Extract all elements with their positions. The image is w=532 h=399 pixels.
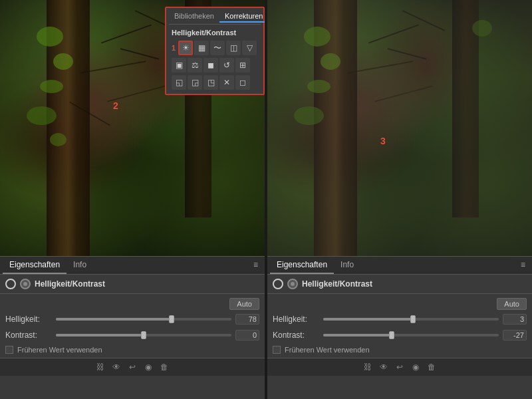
toolbar-icons-row-2: ▣ ⚖ ◼ ↺ ⊞: [169, 57, 261, 74]
toolbar-icons-row-3: ◱ ◲ ◳ ✕ ◻: [169, 74, 261, 91]
helligkeit-track-left[interactable]: [56, 318, 231, 321]
helligkeit-label-left: Helligkeit:: [5, 315, 52, 324]
props-menu-right[interactable]: ≡: [517, 257, 529, 274]
props-tabs-left: Eigenschaften Info ≡: [0, 257, 265, 275]
helligkeit-row-left: Helligkeit: 78: [5, 314, 259, 325]
kontrast-row-right: Kontrast: -27: [273, 330, 527, 340]
footer-icon-link-right[interactable]: ⛓: [362, 362, 373, 372]
tool-posterize[interactable]: ✕: [219, 75, 234, 90]
footer-icon-delete-right[interactable]: 🗑: [426, 362, 437, 372]
tool-gradient[interactable]: ▽: [242, 41, 257, 55]
panel-right: 3 Eigenschaften Info ≡ Helligkeit/Kontra…: [267, 0, 532, 399]
step-3-label: 3: [380, 136, 386, 146]
tab-eigenschaften-left[interactable]: Eigenschaften: [3, 257, 66, 274]
props-title-left: Helligkeit/Kontrast: [35, 279, 105, 289]
auto-button-left[interactable]: Auto: [229, 298, 259, 310]
kontrast-thumb-left[interactable]: [141, 331, 146, 339]
kontrast-row-left: Kontrast: 0: [5, 330, 259, 340]
tool-brightness-contrast[interactable]: ☀: [178, 41, 193, 55]
auto-button-right[interactable]: Auto: [497, 298, 527, 310]
kontrast-track-left[interactable]: [56, 334, 231, 336]
footer-icon-link-left[interactable]: ⛓: [95, 362, 106, 372]
auto-row-left: Auto: [5, 298, 259, 310]
top-toolbar: Bibliotheken Korrekturen Stile ≡ Helligk…: [165, 7, 265, 95]
tool-blackwhite[interactable]: ↺: [219, 58, 234, 72]
helligkeit-value-right[interactable]: 3: [503, 314, 527, 325]
panel-divider: [265, 0, 267, 399]
tab-info-right[interactable]: Info: [334, 257, 360, 274]
props-tabs-right: Eigenschaften Info ≡: [267, 257, 532, 275]
tool-hsl[interactable]: ⚖: [188, 58, 202, 72]
checkbox-label-right: Früheren Wert verwenden: [285, 346, 370, 354]
footer-icon-undo-left[interactable]: ↩: [127, 362, 138, 372]
props-footer-left: ⛓ 👁 ↩ ◉ 🗑: [0, 358, 265, 376]
step-2-label: 2: [113, 100, 118, 111]
kontrast-label-left: Kontrast:: [5, 331, 52, 340]
image-area-right: 3: [267, 0, 532, 256]
tab-bibliotheken[interactable]: Bibliotheken: [169, 11, 219, 23]
props-content-right: Auto Helligkeit: 3 Kontrast:: [267, 294, 532, 358]
tab-eigenschaften-right[interactable]: Eigenschaften: [270, 257, 334, 274]
footer-icon-eye-right[interactable]: 👁: [378, 362, 389, 372]
tool-levels[interactable]: ▦: [194, 41, 209, 55]
checkbox-left[interactable]: [5, 346, 13, 354]
kontrast-value-right[interactable]: -27: [503, 330, 527, 340]
helligkeit-label-right: Helligkeit:: [273, 315, 319, 324]
footer-icon-undo-right[interactable]: ↩: [394, 362, 405, 372]
toolbar-tabs: Bibliotheken Korrekturen Stile ≡: [169, 11, 261, 25]
kontrast-thumb-right[interactable]: [389, 331, 394, 339]
toolbar-section-title: Helligkeit/Kontrast: [169, 27, 261, 39]
checkbox-right[interactable]: [273, 346, 281, 354]
tool-vibrance[interactable]: ▣: [172, 58, 186, 72]
footer-icon-visible-right[interactable]: ◉: [410, 362, 421, 372]
tool-colorsearch[interactable]: ◲: [188, 75, 202, 90]
properties-panel-left: Eigenschaften Info ≡ Helligkeit/Kontrast…: [0, 256, 265, 399]
kontrast-value-left[interactable]: 0: [235, 330, 259, 340]
toolbar-icons-row-1: 1 ☀ ▦ 〜 ◫ ▽: [169, 39, 261, 57]
footer-icon-eye-left[interactable]: 👁: [111, 362, 122, 372]
props-content-left: Auto Helligkeit: 78 Kontrast:: [0, 294, 265, 358]
eye-icon-left[interactable]: [20, 279, 31, 289]
step-1-label: 1: [172, 44, 176, 52]
eye-icon-right[interactable]: [287, 279, 298, 289]
tool-exposure[interactable]: ◫: [226, 41, 241, 55]
tool-curves[interactable]: 〜: [210, 41, 225, 55]
sun-icon-left: [5, 279, 16, 289]
tab-info-left[interactable]: Info: [66, 257, 93, 274]
helligkeit-row-right: Helligkeit: 3: [273, 314, 527, 325]
kontrast-track-right[interactable]: [323, 334, 499, 336]
properties-panel-right: Eigenschaften Info ≡ Helligkeit/Kontrast…: [267, 256, 532, 399]
helligkeit-thumb-right[interactable]: [410, 315, 416, 323]
checkbox-label-left: Früheren Wert verwenden: [17, 346, 102, 354]
main-container: Bibliotheken Korrekturen Stile ≡ Helligk…: [0, 0, 532, 399]
checkbox-row-left: Früheren Wert verwenden: [5, 346, 259, 354]
tool-channelmix[interactable]: ◱: [172, 75, 186, 90]
props-menu-left[interactable]: ≡: [249, 257, 262, 274]
tool-colorbalance[interactable]: ◼: [203, 58, 218, 72]
footer-icon-delete-left[interactable]: 🗑: [159, 362, 170, 372]
sun-icon-right: [273, 279, 283, 289]
panel-left: Bibliotheken Korrekturen Stile ≡ Helligk…: [0, 0, 265, 399]
helligkeit-thumb-left[interactable]: [169, 315, 174, 323]
props-title-right: Helligkeit/Kontrast: [302, 279, 372, 289]
tab-korrekturen[interactable]: Korrekturen: [219, 11, 265, 23]
tool-invert[interactable]: ◳: [203, 75, 218, 90]
props-header-left: Helligkeit/Kontrast: [0, 275, 265, 294]
checkbox-row-right: Früheren Wert verwenden: [273, 346, 527, 354]
props-footer-right: ⛓ 👁 ↩ ◉ 🗑: [267, 358, 532, 376]
image-area-left: Bibliotheken Korrekturen Stile ≡ Helligk…: [0, 0, 265, 256]
tool-threshold[interactable]: ◻: [235, 75, 250, 90]
helligkeit-value-left[interactable]: 78: [235, 314, 259, 325]
tool-photofilt[interactable]: ⊞: [235, 58, 250, 72]
helligkeit-track-right[interactable]: [323, 318, 499, 321]
props-header-right: Helligkeit/Kontrast: [267, 275, 532, 294]
kontrast-label-right: Kontrast:: [273, 331, 319, 340]
auto-row-right: Auto: [273, 298, 527, 310]
forest-image-right: [267, 0, 532, 256]
footer-icon-visible-left[interactable]: ◉: [143, 362, 154, 372]
